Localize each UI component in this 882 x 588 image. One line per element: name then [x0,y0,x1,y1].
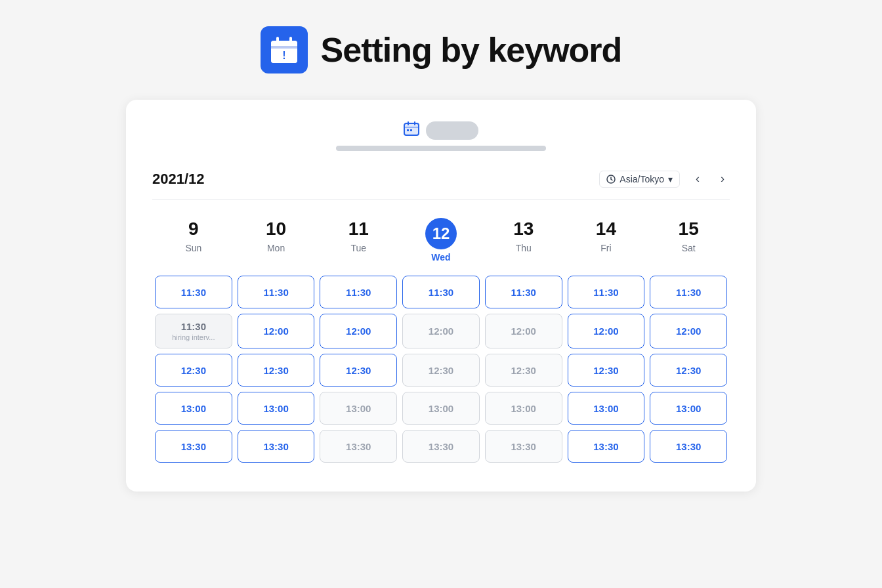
svg-text:!: ! [282,50,285,61]
time-slot[interactable]: 12:30 [568,354,645,387]
time-slot[interactable]: 11:30 [238,276,315,308]
time-slot[interactable]: 11:30 [155,276,232,308]
time-slot: 13:00 [485,392,562,425]
time-slot[interactable]: 13:00 [568,392,645,425]
time-slot[interactable]: 13:30 [238,430,315,463]
calendar-header: 2021/12 Asia/Tokyo ▾ ‹ › [152,169,730,200]
day-header-mon: 10Mon [235,213,318,273]
day-header-thu: 13Thu [482,213,565,273]
slot-time: 11:30 [263,287,288,298]
toggle-bar[interactable] [426,121,478,140]
slot-time: 13:30 [429,441,453,452]
timezone-dropdown-icon: ▾ [668,174,673,184]
day-name: Fri [568,243,645,253]
slot-time: 13:00 [676,403,701,414]
slot-time: 12:00 [676,326,701,337]
time-slot[interactable]: 12:00 [650,314,727,348]
time-slot: 12:00 [485,314,562,348]
time-slot: 12:30 [402,354,480,387]
day-name: Mon [238,243,315,253]
day-name: Sat [650,243,727,253]
prev-nav-button[interactable]: ‹ [690,169,705,188]
slot-time: 13:00 [346,403,371,414]
day-number: 13 [485,218,562,240]
day-header-sat: 15Sat [647,213,730,273]
next-nav-button[interactable]: › [715,169,730,188]
slot-time: 12:30 [181,365,206,376]
day-number: 15 [650,218,727,240]
app-icon: ! [261,26,308,74]
slot-time: 12:30 [429,365,453,376]
slot-time: 13:30 [181,441,206,452]
day-number: 12 [402,218,480,249]
divider-bar [336,146,546,151]
time-slot: 11:30hiring interv... [155,314,232,348]
main-card: 2021/12 Asia/Tokyo ▾ ‹ › 9Sun10Mon11Tue1… [126,100,756,492]
calendar-controls: Asia/Tokyo ▾ ‹ › [599,169,730,188]
svg-rect-10 [404,127,419,128]
day-number: 11 [320,218,397,240]
time-slot[interactable]: 12:00 [238,314,315,348]
time-slot[interactable]: 12:30 [238,354,315,387]
slot-time: 11:30 [429,287,453,298]
day-name: Sun [155,243,232,253]
time-slot: 13:00 [320,392,397,425]
timezone-label: Asia/Tokyo [620,174,664,184]
slot-time: 13:00 [263,403,288,414]
time-slot[interactable]: 13:30 [155,430,232,463]
days-grid: 9Sun10Mon11Tue12Wed13Thu14Fri15Sat11:301… [152,213,730,465]
timezone-selector[interactable]: Asia/Tokyo ▾ [599,171,680,188]
svg-rect-8 [408,121,409,125]
small-calendar-icon [404,121,419,140]
slot-time: 12:30 [346,365,371,376]
time-slot: 12:00 [402,314,480,348]
slot-time: 13:30 [511,441,536,452]
day-number: 14 [568,218,645,240]
slot-time: 12:00 [346,326,371,337]
slot-time: 13:30 [263,441,288,452]
page-header: ! Setting by keyword [261,26,622,74]
time-slot[interactable]: 12:00 [320,314,397,348]
slot-time: 11:30 [593,287,618,298]
calendar-month: 2021/12 [152,171,205,188]
svg-rect-4 [271,46,297,49]
svg-rect-12 [410,129,412,131]
time-slot[interactable]: 12:30 [155,354,232,387]
time-slot: 13:30 [402,430,480,463]
card-top [152,121,730,151]
time-slot[interactable]: 11:30 [485,276,562,308]
time-slot[interactable]: 13:30 [568,430,645,463]
day-header-fri: 14Fri [565,213,648,273]
day-name: Wed [402,252,480,262]
svg-rect-9 [414,121,415,125]
slot-time: 12:30 [511,365,536,376]
slot-time: 13:00 [511,403,536,414]
slot-time: 12:00 [429,326,453,337]
time-slot[interactable]: 11:30 [320,276,397,308]
icon-bar-row [404,121,478,140]
slot-time: 12:30 [593,365,618,376]
clock-icon [606,175,616,184]
time-slot[interactable]: 12:00 [568,314,645,348]
slot-time: 13:00 [429,403,453,414]
day-header-sun: 9Sun [152,213,235,273]
slot-time: 13:00 [593,403,618,414]
time-slot[interactable]: 11:30 [402,276,480,308]
day-header-wed: 12Wed [400,213,482,273]
day-name: Thu [485,243,562,253]
time-slot[interactable]: 11:30 [650,276,727,308]
slot-time: 13:30 [676,441,701,452]
slot-time: 12:00 [593,326,618,337]
time-slot[interactable]: 13:00 [238,392,315,425]
time-slot[interactable]: 11:30 [568,276,645,308]
day-number: 10 [238,218,315,240]
slot-time: 13:30 [593,441,618,452]
slot-time: 13:00 [181,403,206,414]
time-slot[interactable]: 12:30 [320,354,397,387]
time-slot[interactable]: 13:00 [650,392,727,425]
time-slot[interactable]: 13:00 [155,392,232,425]
day-header-tue: 11Tue [317,213,400,273]
page-title: Setting by keyword [321,30,622,70]
time-slot[interactable]: 13:30 [650,430,727,463]
time-slot[interactable]: 12:30 [650,354,727,387]
